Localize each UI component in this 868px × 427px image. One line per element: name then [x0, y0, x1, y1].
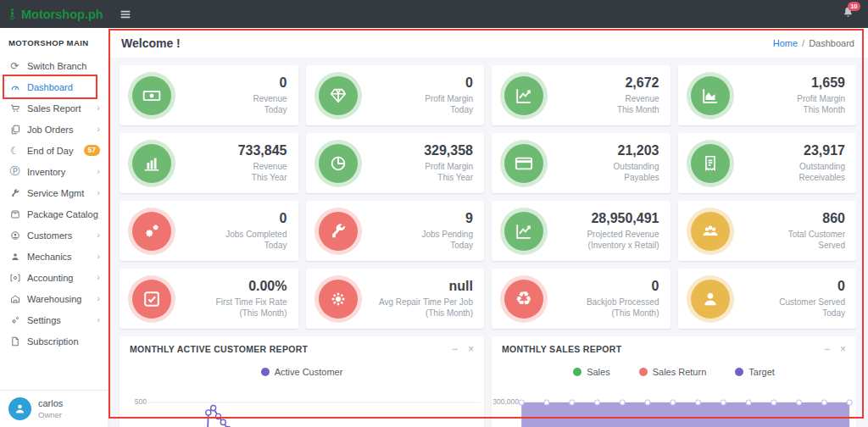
breadcrumb-current: Dashboard [809, 38, 854, 48]
stat-card: 2,672RevenueThis Month [492, 65, 670, 125]
stat-label: OutstandingReceivables [799, 161, 845, 183]
product-p-icon: Ⓟ [8, 164, 22, 179]
sidebar-item-dashboard[interactable]: Dashboard [0, 76, 108, 97]
sidebar-user-panel[interactable]: carlos Owner [0, 390, 108, 427]
sidebar-item-mechanics[interactable]: Mechanics› [0, 246, 108, 267]
stat-label: Jobs CompletedToday [225, 229, 287, 251]
sidebar-item-label: Dashboard [27, 82, 73, 92]
sync-icon: ⟳ [8, 60, 22, 72]
check-square-icon [132, 280, 171, 319]
chart-pie-icon [319, 144, 358, 183]
user-role: Owner [38, 410, 63, 419]
stat-label: Customer ServedToday [779, 297, 845, 319]
user-avatar [8, 397, 31, 420]
stat-label: RevenueToday [253, 93, 287, 115]
active-customer-line-plot [120, 391, 484, 427]
stat-value: 860 [788, 211, 845, 226]
chevron-right-icon: › [97, 103, 100, 113]
sidebar-item-subscription[interactable]: Subscription [0, 330, 108, 352]
notification-count-badge: 10 [848, 2, 860, 11]
warehouse-icon [8, 294, 22, 304]
close-button[interactable]: × [840, 344, 846, 354]
sidebar-item-label: Mechanics [27, 252, 72, 262]
sidebar-item-label: Package Catalog [27, 209, 98, 219]
chevron-right-icon: › [97, 167, 100, 176]
breadcrumb-separator: / [802, 38, 804, 48]
sidebar-item-customers[interactable]: Customers› [0, 225, 108, 246]
collapse-button[interactable]: − [824, 344, 830, 354]
stat-card: 733,845RevenueThis Year [120, 133, 298, 193]
stat-card: 329,358Profit MarginThis Year [306, 133, 485, 193]
chevron-right-icon: › [97, 125, 100, 134]
breadcrumb-home-link[interactable]: Home [773, 38, 798, 48]
brand-name: Motorshop.ph [21, 8, 103, 21]
user-icon [691, 280, 730, 319]
sidebar-item-package-catalog[interactable]: Package Catalog [0, 203, 108, 225]
sidebar-item-label: End of Day [27, 146, 73, 156]
sidebar-item-inventory[interactable]: ⓅInventory› [0, 161, 108, 182]
stat-label: Projected Revenue(Inventory x Retail) [587, 229, 659, 251]
stat-label: Profit MarginToday [425, 93, 473, 115]
monthly-active-customer-panel: MONTHLY ACTIVE CUSTOMER REPORT − × Activ… [120, 336, 484, 427]
stat-value: 0 [779, 279, 845, 294]
chart-legend: SalesSales ReturnTarget [492, 367, 856, 377]
legend-item[interactable]: Sales Return [639, 367, 707, 377]
breadcrumb: Home / Dashboard [773, 38, 854, 48]
recycle-icon: ♻ [504, 280, 543, 319]
main-content: Welcome ! Home / Dashboard 0RevenueToday… [108, 28, 868, 427]
gear-icon [319, 280, 358, 319]
chevron-right-icon: › [97, 252, 100, 261]
stat-card: 0RevenueToday [120, 65, 298, 125]
stat-value: 0 [425, 75, 473, 91]
stat-card: 23,917OutstandingReceivables [678, 133, 857, 193]
chart-area-icon [691, 76, 730, 115]
sidebar-item-end-of-day[interactable]: ☾End of Day57 [0, 140, 108, 161]
sidebar-item-warehousing[interactable]: Warehousing› [0, 288, 108, 309]
stat-value: 733,845 [238, 143, 287, 158]
legend-item[interactable]: Target [735, 367, 775, 377]
hamburger-menu-icon[interactable] [119, 8, 132, 21]
chart-line-icon [504, 212, 543, 251]
sidebar-item-sales-report[interactable]: Sales Report› [0, 97, 108, 119]
sidebar-menu: ⟳Switch BranchDashboardSales Report›Job … [0, 55, 108, 352]
sidebar-item-accounting[interactable]: Accounting› [0, 267, 108, 288]
legend-item[interactable]: Active Customer [261, 367, 343, 377]
sidebar-item-label: Settings [27, 315, 61, 325]
stat-card: ♻0Backjob Processed(This Month) [492, 269, 670, 329]
stat-value: 0 [587, 279, 659, 294]
stat-value: 0 [225, 211, 287, 226]
stat-value: 2,672 [617, 75, 659, 91]
sidebar-item-job-orders[interactable]: Job Orders› [0, 119, 108, 140]
notifications-bell-icon[interactable]: 10 [842, 6, 854, 22]
wrench-icon [8, 188, 22, 198]
copy-icon [8, 125, 22, 135]
stat-card: 0.00%First Time Fix Rate(This Month) [120, 269, 298, 329]
stat-label: Jobs PendingToday [421, 229, 473, 251]
sidebar-item-label: Accounting [27, 273, 73, 283]
legend-dot [261, 368, 270, 376]
sidebar-item-service-mgmt[interactable]: Service Mgmt› [0, 182, 108, 203]
stat-label: Total CustomerServed [788, 229, 845, 251]
stat-value: 28,950,491 [587, 211, 659, 226]
user-icon [8, 252, 22, 262]
brand-logo[interactable]: Motorshop.ph [0, 8, 108, 21]
sidebar-item-switch-branch[interactable]: ⟳Switch Branch [0, 55, 108, 76]
sidebar-item-label: Sales Report [27, 103, 81, 114]
stat-card: 9Jobs PendingToday [306, 201, 485, 261]
close-button[interactable]: × [468, 344, 474, 354]
stat-card: 0Profit MarginToday [306, 65, 485, 125]
collapse-button[interactable]: − [452, 344, 458, 354]
chevron-right-icon: › [97, 273, 100, 282]
stat-card: 1,659Profit MarginThis Month [678, 65, 857, 125]
sidebar-item-settings[interactable]: Settings› [0, 309, 108, 330]
box-icon [8, 209, 22, 219]
sidebar-section-label: MOTORSHOP MAIN [0, 28, 108, 55]
user-name: carlos [38, 398, 63, 410]
sidebar-item-label: Inventory [27, 167, 65, 177]
stat-card: 28,950,491Projected Revenue(Inventory x … [492, 201, 670, 261]
charts-row: MONTHLY ACTIVE CUSTOMER REPORT − × Activ… [108, 329, 868, 427]
stat-label: RevenueThis Year [238, 161, 287, 183]
count-badge: 57 [84, 145, 100, 156]
chart-line-icon [504, 76, 543, 115]
legend-item[interactable]: Sales [573, 367, 610, 377]
